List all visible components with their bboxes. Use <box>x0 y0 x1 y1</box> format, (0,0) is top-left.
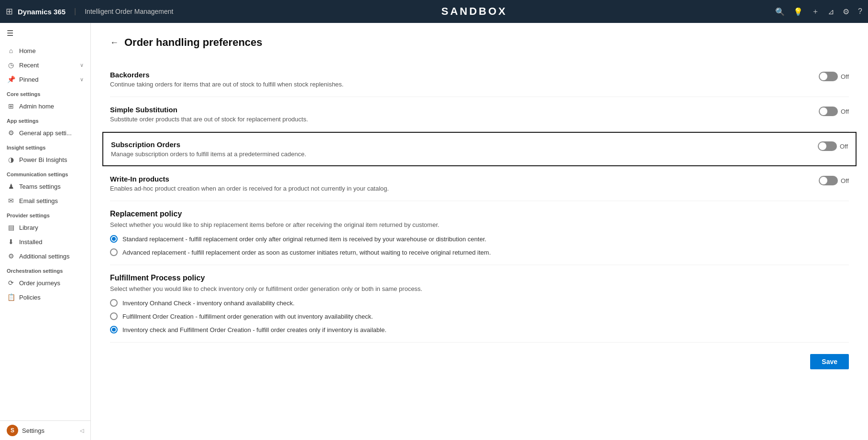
page-title: Order handling preferences <box>124 36 263 49</box>
sidebar-item-label: Email settings <box>19 197 58 204</box>
top-navigation: ⊞ Dynamics 365 | Intelligent Order Manag… <box>0 0 868 23</box>
sidebar-item-label: Power Bi Insights <box>19 156 67 163</box>
settings-icon[interactable]: ⚙ <box>843 7 849 16</box>
sidebar-item-installed[interactable]: ⬇ Installed <box>0 235 90 249</box>
filter-icon[interactable]: ⊿ <box>828 7 834 16</box>
sidebar-item-library[interactable]: ▤ Library <box>0 220 90 235</box>
library-icon: ▤ <box>7 224 15 231</box>
chevron-down-icon: ∨ <box>80 62 84 68</box>
app-settings-label: App settings <box>0 113 90 126</box>
inventory-onhand-option[interactable]: Inventory Onhand Check - inventory onhan… <box>110 299 849 307</box>
add-icon[interactable]: ＋ <box>812 7 819 17</box>
sidebar-item-home[interactable]: ⌂ Home <box>0 43 90 58</box>
insight-settings-label: Insight settings <box>0 140 90 152</box>
standard-replacement-option[interactable]: Standard replacement - fulfill replaceme… <box>110 235 849 243</box>
inventory-check-fulfillment-radio[interactable] <box>110 326 118 333</box>
backorders-toggle-label: Off <box>841 73 849 80</box>
write-in-toggle[interactable] <box>819 176 838 185</box>
standard-replacement-label: Standard replacement - fulfill replaceme… <box>122 236 486 243</box>
sidebar-item-label: Recent <box>19 62 39 69</box>
settings-icon: ⚙ <box>7 252 15 260</box>
back-button[interactable]: ← <box>110 38 119 48</box>
sidebar-item-label: Order journeys <box>19 279 60 287</box>
fulfillment-order-creation-option[interactable]: Fulfillment Order Creation - fulfillment… <box>110 312 849 320</box>
recent-icon: ◷ <box>7 61 15 69</box>
replacement-policy-section: Replacement policy Select whether you wo… <box>110 201 849 265</box>
replacement-policy-title: Replacement policy <box>110 210 849 218</box>
sidebar: ☰ ⌂ Home ◷ Recent ∨ 📌 Pinned ∨ Core sett… <box>0 23 91 440</box>
sidebar-item-pinned[interactable]: 📌 Pinned ∨ <box>0 72 90 86</box>
advanced-replacement-radio[interactable] <box>110 248 118 256</box>
sandbox-title: SANDBOX <box>441 5 507 18</box>
sidebar-item-additional[interactable]: ⚙ Additional settings <box>0 249 90 263</box>
search-icon[interactable]: 🔍 <box>775 7 785 16</box>
page-header: ← Order handling preferences <box>110 36 849 49</box>
save-button[interactable]: Save <box>810 354 849 369</box>
sidebar-item-order-journeys[interactable]: ⟳ Order journeys <box>0 276 90 290</box>
sidebar-item-teams[interactable]: ♟ Teams settings <box>0 179 90 193</box>
backorders-desc: Continue taking orders for items that ar… <box>110 81 540 88</box>
provider-settings-label: Provider settings <box>0 208 90 220</box>
simple-substitution-desc: Substitute order products that are out o… <box>110 116 540 123</box>
sidebar-item-label: Pinned <box>19 76 38 83</box>
apps-grid-icon[interactable]: ⊞ <box>6 6 13 17</box>
sidebar-item-label: Installed <box>19 238 42 246</box>
sidebar-item-admin-home[interactable]: ⊞ Admin home <box>0 99 90 113</box>
sidebar-bottom-settings[interactable]: S Settings ◁ <box>0 420 90 440</box>
subscription-orders-toggle-label: Off <box>840 143 848 150</box>
sidebar-item-policies[interactable]: 📋 Policies <box>0 290 90 304</box>
simple-substitution-toggle-label: Off <box>841 108 849 115</box>
write-in-desc: Enables ad-hoc product creation when an … <box>110 185 540 192</box>
sidebar-item-power-bi[interactable]: ◑ Power Bi Insights <box>0 152 90 167</box>
chart-icon: ◑ <box>7 156 15 163</box>
backorders-toggle[interactable] <box>819 72 838 81</box>
write-in-name: Write-In products <box>110 175 809 183</box>
fulfillment-order-creation-label: Fulfillment Order Creation - fulfillment… <box>122 313 373 320</box>
brand-name: Dynamics 365 <box>18 8 66 16</box>
sidebar-item-general-app[interactable]: ⚙ General app setti... <box>0 126 90 140</box>
communication-settings-label: Communication settings <box>0 167 90 179</box>
inventory-onhand-label: Inventory Onhand Check - inventory onhan… <box>122 300 295 307</box>
policy-icon: 📋 <box>7 293 15 301</box>
hamburger-menu[interactable]: ☰ <box>0 23 90 43</box>
sidebar-item-label: Additional settings <box>19 253 70 260</box>
lightbulb-icon[interactable]: 💡 <box>793 7 803 16</box>
orchestration-settings-label: Orchestration settings <box>0 263 90 276</box>
subscription-orders-name: Subscription Orders <box>111 140 808 149</box>
core-settings-label: Core settings <box>0 86 90 99</box>
sidebar-item-label: Policies <box>19 294 41 301</box>
write-in-products-row: Write-In products Enables ad-hoc product… <box>110 166 849 201</box>
subscription-orders-toggle[interactable] <box>818 141 837 151</box>
sidebar-item-recent[interactable]: ◷ Recent ∨ <box>0 58 90 72</box>
subscription-orders-row: Subscription Orders Manage subscription … <box>102 132 857 166</box>
simple-substitution-name: Simple Substitution <box>110 106 809 114</box>
help-icon[interactable]: ? <box>858 7 862 16</box>
fulfillment-policy-title: Fulfillment Process policy <box>110 274 849 282</box>
settings-label: Settings <box>22 427 44 434</box>
sidebar-item-email[interactable]: ✉ Email settings <box>0 193 90 208</box>
chevron-down-icon: ∨ <box>80 76 84 83</box>
avatar: S <box>7 425 18 436</box>
inventory-onhand-radio[interactable] <box>110 299 118 307</box>
email-icon: ✉ <box>7 197 15 204</box>
journey-icon: ⟳ <box>7 279 15 287</box>
inventory-check-fulfillment-option[interactable]: Inventory check and Fulfillment Order Cr… <box>110 326 849 333</box>
pin-icon: 📌 <box>7 75 15 83</box>
simple-substitution-toggle[interactable] <box>819 107 838 116</box>
gear-icon: ⚙ <box>7 129 15 137</box>
replacement-policy-desc: Select whether you would like to ship re… <box>110 221 849 228</box>
standard-replacement-radio[interactable] <box>110 235 118 243</box>
subscription-orders-desc: Manage subscription orders to fulfill it… <box>111 150 541 158</box>
grid-icon: ⊞ <box>7 102 15 110</box>
sidebar-item-label: Library <box>19 224 38 231</box>
backorders-name: Backorders <box>110 71 809 79</box>
chevron-left-icon: ◁ <box>80 428 84 434</box>
fulfillment-order-creation-radio[interactable] <box>110 312 118 320</box>
advanced-replacement-label: Advanced replacement - fulfill replaceme… <box>122 249 491 256</box>
advanced-replacement-option[interactable]: Advanced replacement - fulfill replaceme… <box>110 248 849 256</box>
sidebar-item-label: Teams settings <box>19 183 61 190</box>
content-area: ← Order handling preferences Backorders … <box>91 23 868 440</box>
teams-icon: ♟ <box>7 182 15 190</box>
write-in-toggle-label: Off <box>841 177 849 184</box>
sidebar-item-label: General app setti... <box>19 129 72 137</box>
